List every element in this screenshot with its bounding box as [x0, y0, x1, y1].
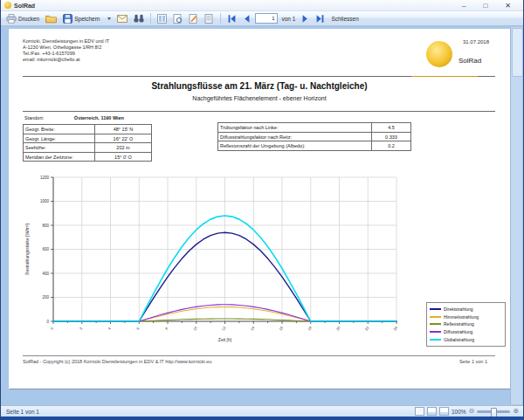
page-magnifier-icon — [173, 14, 183, 24]
page-icon — [204, 14, 214, 24]
company-line: email: mkornicki@chello.at — [23, 57, 109, 63]
param-row: Reflexionszahl der Umgebung (Albedo):0.2 — [218, 141, 410, 150]
company-line: A-1230 Wien, Othellogasse 1/RH 8/2 — [23, 45, 109, 51]
zoom-in-button[interactable]: ⊕ — [513, 407, 519, 416]
zoom-level-label: 100% — [452, 409, 466, 415]
svg-text:1200: 1200 — [40, 176, 50, 180]
zoom-slider[interactable] — [477, 410, 510, 413]
legend-color-line — [430, 323, 441, 325]
print-button[interactable]: Drucken — [4, 12, 41, 24]
scrollbar-thumb[interactable] — [512, 28, 523, 77]
close-preview-label: Schliessen — [331, 16, 358, 22]
param-row-value: 0.2 — [372, 141, 410, 150]
floppy-disk-icon — [63, 14, 72, 24]
previous-page-button[interactable] — [241, 12, 252, 24]
legend-label: Himmelsstrahlung — [444, 314, 479, 320]
footer-divider — [23, 355, 495, 356]
param-row-value: 0.333 — [372, 133, 410, 141]
param-row-label: Trübungsfaktor nach Linke: — [218, 123, 372, 132]
svg-text:200: 200 — [42, 295, 49, 300]
first-page-button[interactable] — [225, 12, 238, 24]
preview-area: Kornicki, Dienstleistungen in EDV und IT… — [1, 26, 523, 405]
status-page-label: Seite 1 von 1 — [6, 409, 39, 415]
save-label: Speichern — [74, 16, 100, 22]
window-controls: – □ ✕ — [462, 0, 511, 11]
svg-text:0: 0 — [50, 326, 55, 330]
zoom-out-button[interactable]: ⊖ — [469, 407, 475, 416]
envelope-icon — [117, 15, 128, 23]
company-line: Tel./Fax. +43-1-6157099 — [23, 51, 109, 57]
svg-text:18: 18 — [307, 325, 313, 331]
svg-text:12: 12 — [221, 325, 227, 331]
svg-text:8: 8 — [164, 326, 169, 330]
report-title: Strahlungsflüsse am 21. März (Tag- u. Na… — [9, 81, 510, 91]
svg-text:24: 24 — [392, 325, 398, 331]
single-page-view-icon[interactable] — [415, 407, 424, 416]
save-dropdown-button[interactable] — [105, 12, 113, 24]
columns-icon — [157, 14, 167, 24]
chart-legend: DirektstrahlungHimmelsstrahlungReflexstr… — [426, 302, 506, 347]
geo-row: Meridian der Zeitzone:15° 0' O — [24, 152, 151, 162]
minimize-button[interactable]: – — [462, 0, 465, 11]
geo-row-value: 15° 0' O — [95, 153, 151, 162]
report-subtitle: Nachgeführtes Flächenelement - ebener Ho… — [9, 95, 510, 101]
legend-label: Direktstrahlung — [444, 306, 473, 312]
legend-color-line — [430, 331, 441, 333]
page-zoom-button[interactable] — [171, 12, 184, 24]
save-button[interactable]: Speichern — [61, 12, 101, 24]
email-button[interactable] — [115, 12, 129, 24]
next-page-button[interactable] — [300, 12, 311, 24]
svg-text:2: 2 — [79, 326, 84, 330]
page-view-button[interactable] — [203, 12, 216, 24]
sun-app-icon — [4, 2, 11, 9]
svg-text:400: 400 — [42, 272, 49, 276]
legend-item: Reflexstrahlung — [430, 320, 502, 328]
svg-text:16: 16 — [278, 325, 284, 331]
vertical-scrollbar[interactable] — [510, 27, 522, 404]
zoom-controls: 100% ⊖ ⊕ — [415, 406, 519, 417]
legend-color-line — [430, 316, 441, 318]
logo-text: SolRad — [458, 57, 481, 65]
next-page-icon — [301, 14, 309, 24]
header-divider-gold — [411, 76, 478, 77]
close-button[interactable]: ✕ — [505, 0, 511, 11]
svg-text:0: 0 — [46, 320, 49, 324]
page-edit-button[interactable] — [187, 12, 200, 24]
company-address-block: Kornicki, Dienstleistungen in EDV und IT… — [23, 38, 109, 63]
toolbar-separator — [220, 13, 221, 24]
location-value: Österreich, 1190 Wien — [74, 115, 124, 120]
open-button[interactable] — [44, 12, 59, 24]
zoom-slider-thumb[interactable] — [491, 408, 497, 417]
window-title: SolRad — [14, 3, 35, 9]
company-line: Kornicki, Dienstleistungen in EDV und IT — [23, 38, 109, 45]
last-page-icon — [315, 14, 325, 24]
parameter-table: Trübungsfaktor nach Linke:4.5Diffusstrah… — [217, 122, 411, 151]
columns-layout-button[interactable] — [155, 12, 169, 24]
geo-row-label: Geogr. Breite: — [24, 125, 95, 134]
footer-copyright: SolRad - Copyright (c) 2018 Kornicki Die… — [23, 359, 211, 364]
report-page: Kornicki, Dienstleistungen in EDV und IT… — [9, 29, 510, 389]
geo-row-label: Geogr. Länge: — [24, 134, 95, 143]
location-row: Standort: Österreich, 1190 Wien — [24, 115, 124, 120]
legend-label: Reflexstrahlung — [444, 321, 474, 327]
geo-table: Geogr. Breite:48° 15' NGeogr. Länge:16° … — [23, 124, 152, 162]
two-pages-view-icon[interactable] — [439, 407, 449, 416]
maximize-button[interactable]: □ — [483, 0, 487, 11]
geo-row-label: Seehöhe: — [24, 143, 95, 152]
page-pencil-icon — [189, 14, 198, 24]
geo-row: Geogr. Breite:48° 15' N — [24, 125, 151, 134]
legend-item: Himmelsstrahlung — [430, 313, 502, 321]
search-button[interactable] — [132, 12, 146, 24]
svg-text:600: 600 — [42, 247, 49, 251]
first-page-icon — [227, 14, 237, 24]
page-number-input[interactable]: 1 — [255, 13, 278, 24]
app-window: SolRad – □ ✕ Drucken Speichern — [0, 0, 524, 420]
last-page-button[interactable] — [314, 12, 327, 24]
page-width-view-icon[interactable] — [427, 407, 437, 416]
printer-icon — [6, 14, 17, 24]
chevron-down-icon — [107, 17, 111, 20]
close-preview-button[interactable]: Schliessen — [329, 12, 360, 24]
geo-row-label: Meridian der Zeitzone: — [24, 153, 95, 162]
svg-text:4: 4 — [107, 326, 113, 330]
folder-icon — [45, 14, 57, 24]
